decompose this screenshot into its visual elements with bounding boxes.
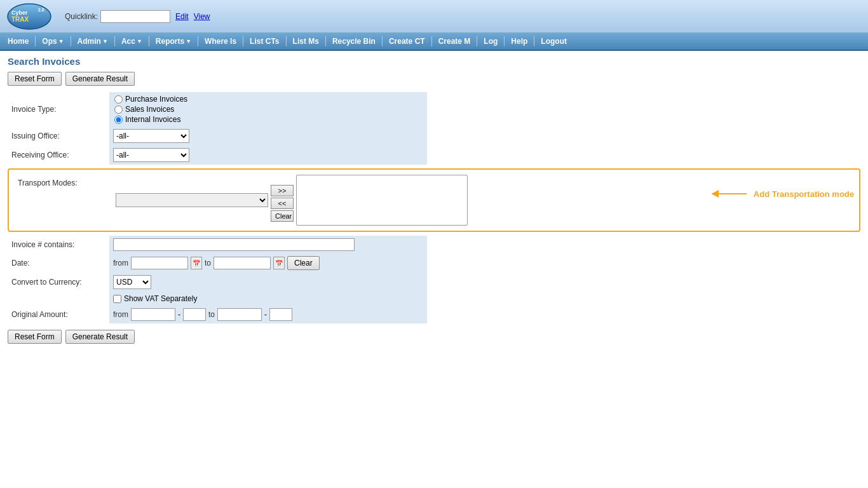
amount-to-decimal-input[interactable] — [269, 308, 292, 321]
sales-invoices-label: Sales Invoices — [125, 105, 174, 114]
form-table-2: Invoice # contains: Date: from 📅 to 📅 Cl… — [8, 236, 860, 323]
nav-log[interactable]: Log — [477, 34, 504, 48]
bottom-btn-row: Reset Form Generate Result — [8, 330, 860, 344]
amount-from-input[interactable] — [131, 308, 175, 321]
nav-home[interactable]: Home — [1, 34, 35, 48]
edit-link[interactable]: Edit — [175, 12, 189, 21]
amount-from-separator: - — [178, 310, 180, 319]
sales-invoices-radio[interactable] — [114, 105, 123, 114]
date-to-calendar-button[interactable]: 📅 — [273, 257, 285, 269]
ops-arrow: ▼ — [58, 38, 64, 44]
currency-row: Convert to Currency: USD EUR GBP — [8, 273, 860, 292]
show-vat-cell: Show VAT Separately — [109, 292, 427, 306]
date-from-calendar-button[interactable]: 📅 — [191, 257, 202, 269]
quicklink-label: Quicklink: — [65, 12, 98, 21]
amount-from-label: from — [113, 310, 128, 319]
nav-createm[interactable]: Create M — [432, 34, 477, 48]
show-vat-checkbox[interactable] — [113, 295, 121, 303]
nav-recyclebin[interactable]: Recycle Bin — [326, 34, 382, 48]
date-to-input[interactable] — [214, 257, 271, 269]
issuing-office-label: Issuing Office: — [8, 126, 109, 146]
svg-text:Cyber: Cyber — [11, 10, 28, 16]
svg-text:TRAX: TRAX — [11, 16, 29, 23]
original-amount-cell: from - to - — [109, 306, 427, 323]
date-to-label: to — [205, 259, 211, 268]
internal-invoices-radio[interactable] — [114, 116, 123, 124]
annotation-text: Add Transportation mode — [754, 189, 854, 199]
issuing-office-cell: -all- — [109, 126, 427, 146]
reports-arrow: ▼ — [186, 38, 191, 44]
amount-inputs: from - to - — [113, 308, 423, 321]
page-title: Search Invoices — [8, 56, 860, 67]
quicklink-area: Quicklink: Edit View — [65, 10, 210, 23]
amount-from-decimal-input[interactable] — [183, 308, 206, 321]
navbar: Home Ops▼ Admin▼ Acc▼ Reports▼ Where Is … — [0, 33, 868, 51]
logo: Cyber TRAX 2.0 — [6, 3, 52, 30]
amount-to-input[interactable] — [217, 308, 262, 321]
transport-mode-select[interactable] — [116, 193, 268, 207]
transport-arrow-buttons: >> << Clear — [271, 179, 294, 222]
nav-acc[interactable]: Acc▼ — [115, 34, 149, 48]
transport-selected-list[interactable] — [296, 175, 468, 226]
nav-logout[interactable]: Logout — [534, 34, 573, 48]
reset-form-button-bottom[interactable]: Reset Form — [8, 330, 62, 344]
remove-transport-button[interactable]: << — [271, 198, 294, 209]
date-from-label: from — [113, 259, 128, 268]
admin-arrow: ▼ — [102, 38, 108, 44]
nav-help[interactable]: Help — [505, 34, 534, 48]
quicklink-input[interactable] — [100, 10, 170, 23]
receiving-office-select[interactable]: -all- — [113, 148, 189, 162]
currency-select[interactable]: USD EUR GBP — [113, 275, 151, 289]
purchase-invoices-option[interactable]: Purchase Invoices — [114, 95, 422, 104]
transport-inner: Transport Modes: >> << Clear — [14, 175, 699, 226]
top-btn-row: Reset Form Generate Result — [8, 72, 860, 86]
original-amount-label: Original Amount: — [8, 306, 109, 323]
invoice-type-label: Invoice Type: — [8, 92, 109, 126]
nav-whereis[interactable]: Where Is — [198, 34, 243, 48]
date-from-input[interactable] — [131, 257, 188, 269]
transport-modes-label: Transport Modes: — [14, 175, 116, 191]
nav-listcts[interactable]: List CTs — [243, 34, 285, 48]
clear-date-button[interactable]: Clear — [287, 256, 320, 270]
clear-transport-button[interactable]: Clear — [271, 210, 294, 222]
transport-left-panel — [116, 193, 268, 207]
invoice-num-input[interactable] — [113, 238, 355, 251]
purchase-invoices-label: Purchase Invoices — [125, 95, 187, 104]
invoice-type-row: Invoice Type: Purchase Invoices Sales In… — [8, 92, 860, 126]
generate-result-button-top[interactable]: Generate Result — [65, 72, 135, 86]
add-transport-annotation: Add Transportation mode — [712, 175, 854, 200]
invoice-num-label: Invoice # contains: — [8, 236, 109, 254]
currency-cell: USD EUR GBP — [109, 273, 427, 292]
reset-form-button-top[interactable]: Reset Form — [8, 72, 62, 86]
amount-to-label: to — [208, 310, 215, 319]
original-amount-row: Original Amount: from - to - — [8, 306, 860, 323]
date-inputs: from 📅 to 📅 Clear — [113, 256, 423, 270]
nav-admin[interactable]: Admin▼ — [71, 34, 114, 48]
issuing-office-select[interactable]: -all- — [113, 129, 189, 143]
date-row: Date: from 📅 to 📅 Clear — [8, 254, 860, 273]
svg-text:2.0: 2.0 — [38, 8, 44, 12]
currency-label: Convert to Currency: — [8, 273, 109, 292]
nav-listms[interactable]: List Ms — [287, 34, 325, 48]
invoice-type-group: Purchase Invoices Sales Invoices Interna… — [109, 92, 427, 126]
show-vat-row: Show VAT Separately — [8, 292, 860, 306]
nav-reports[interactable]: Reports▼ — [149, 34, 198, 48]
add-transport-button[interactable]: >> — [271, 185, 294, 196]
purchase-invoices-radio[interactable] — [114, 95, 123, 104]
internal-invoices-option[interactable]: Internal Invoices — [114, 115, 422, 124]
sales-invoices-option[interactable]: Sales Invoices — [114, 105, 422, 114]
view-link[interactable]: View — [194, 12, 210, 21]
date-cell: from 📅 to 📅 Clear — [109, 254, 427, 273]
annotation-arrow-icon — [712, 187, 750, 200]
nav-createct[interactable]: Create CT — [383, 34, 431, 48]
header: Cyber TRAX 2.0 Quicklink: Edit View — [0, 0, 868, 33]
show-vat-checkbox-row: Show VAT Separately — [113, 294, 423, 303]
nav-ops[interactable]: Ops▼ — [36, 34, 70, 48]
show-vat-label: Show VAT Separately — [124, 294, 197, 303]
generate-result-button-bottom[interactable]: Generate Result — [65, 330, 135, 344]
amount-to-separator: - — [264, 310, 267, 319]
receiving-office-row: Receiving Office: -all- — [8, 146, 860, 165]
date-label: Date: — [8, 254, 109, 273]
transport-select-row — [116, 193, 268, 207]
form-table: Invoice Type: Purchase Invoices Sales In… — [8, 92, 860, 165]
